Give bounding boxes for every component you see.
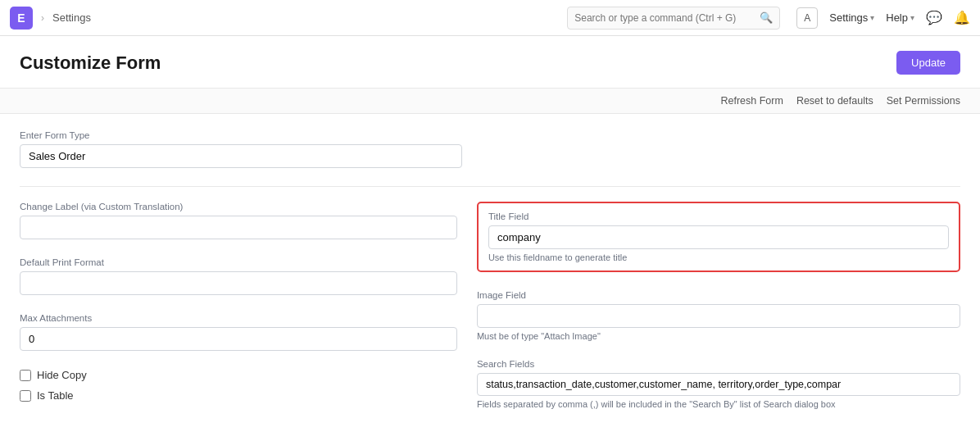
search-fields-label: Search Fields [477, 359, 960, 369]
search-icon: 🔍 [760, 11, 773, 24]
main-form-row: Change Label (via Custom Translation) De… [20, 202, 960, 427]
is-table-row: Is Table [20, 389, 457, 402]
default-print-format-label: Default Print Format [20, 257, 457, 267]
search-input[interactable] [574, 12, 755, 24]
global-search[interactable]: 🔍 [567, 7, 780, 30]
refresh-form-link[interactable]: Refresh Form [720, 95, 783, 107]
max-attachments-section: Max Attachments [20, 313, 457, 351]
enter-form-type-input[interactable] [20, 144, 462, 168]
search-fields-section: Search Fields Fields separated by comma … [477, 359, 960, 409]
enter-form-type-label: Enter Form Type [20, 130, 960, 140]
title-field-input[interactable] [488, 225, 949, 249]
bell-icon[interactable]: 🔔 [954, 10, 970, 25]
image-field-section: Image Field Must be of type "Attach Imag… [477, 290, 960, 341]
hide-copy-row: Hide Copy [20, 369, 457, 381]
help-chevron-icon: ▾ [910, 13, 914, 22]
is-table-checkbox[interactable] [20, 390, 31, 402]
settings-label: Settings [829, 11, 868, 24]
title-field-label: Title Field [488, 211, 949, 221]
left-column: Change Label (via Custom Translation) De… [20, 202, 457, 427]
reset-defaults-link[interactable]: Reset to defaults [796, 95, 873, 107]
breadcrumb-settings[interactable]: Settings [52, 11, 91, 24]
image-field-label: Image Field [477, 290, 960, 300]
toolbar-row: Refresh Form Reset to defaults Set Permi… [0, 89, 980, 114]
navbar: E › Settings 🔍 A Settings ▾ Help ▾ 💬 🔔 [0, 0, 980, 36]
default-print-format-input[interactable] [20, 271, 457, 295]
title-field-hint: Use this fieldname to generate title [488, 252, 949, 262]
image-field-hint: Must be of type "Attach Image" [477, 331, 960, 341]
change-label-section: Change Label (via Custom Translation) [20, 202, 457, 239]
change-label-label: Change Label (via Custom Translation) [20, 202, 457, 211]
image-field-input[interactable] [477, 304, 960, 328]
title-field-section: Title Field Use this fieldname to genera… [477, 202, 960, 272]
settings-menu[interactable]: Settings ▾ [829, 11, 874, 24]
main-content: Enter Form Type Change Label (via Custom… [0, 114, 980, 441]
change-label-input[interactable] [20, 216, 457, 239]
set-permissions-link[interactable]: Set Permissions [887, 95, 960, 107]
app-logo: E [10, 7, 33, 30]
hide-copy-checkbox[interactable] [20, 370, 31, 381]
page-title: Customize Form [20, 52, 161, 74]
avatar: A [796, 7, 818, 29]
default-print-format-section: Default Print Format [20, 257, 457, 295]
update-button[interactable]: Update [896, 51, 960, 75]
settings-chevron-icon: ▾ [870, 13, 874, 22]
form-type-section: Enter Form Type [20, 130, 960, 168]
right-column: Title Field Use this fieldname to genera… [477, 202, 960, 427]
search-fields-input[interactable] [477, 373, 960, 396]
navbar-right: A Settings ▾ Help ▾ 💬 🔔 [796, 7, 970, 29]
max-attachments-label: Max Attachments [20, 313, 457, 323]
breadcrumb-chevron: › [41, 12, 44, 24]
page-header: Customize Form Update [0, 36, 980, 89]
chat-icon[interactable]: 💬 [926, 10, 942, 25]
max-attachments-input[interactable] [20, 327, 457, 351]
is-table-label: Is Table [37, 389, 74, 402]
help-menu[interactable]: Help ▾ [886, 11, 914, 24]
search-fields-hint: Fields separated by comma (,) will be in… [477, 399, 960, 409]
hide-copy-label: Hide Copy [37, 369, 87, 381]
help-label: Help [886, 11, 908, 24]
